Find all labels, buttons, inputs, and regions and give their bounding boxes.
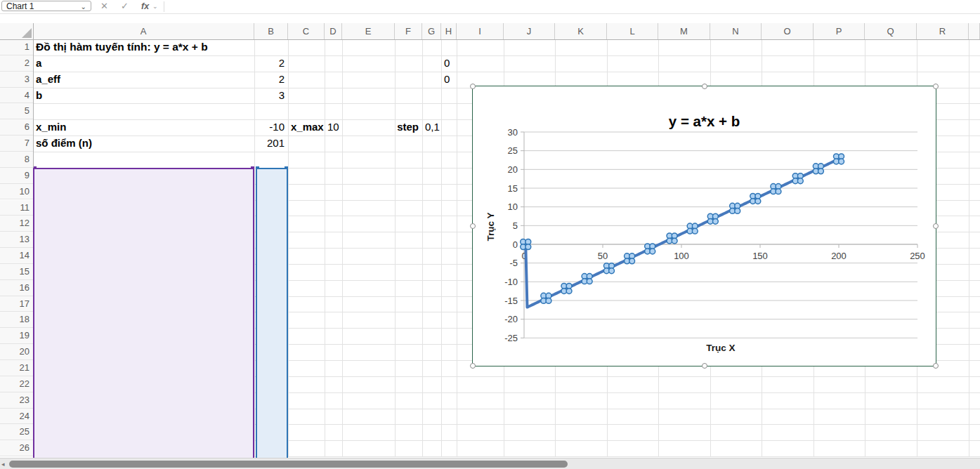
- cell-B6[interactable]: -10: [254, 119, 285, 136]
- column-header-I[interactable]: I: [457, 23, 504, 39]
- chart-series-marker: [839, 159, 844, 164]
- row-header-10[interactable]: 10: [0, 184, 33, 200]
- column-header-Q[interactable]: Q: [865, 23, 917, 39]
- chart-series-marker: [797, 178, 803, 184]
- cell-A3[interactable]: a_eff: [36, 72, 60, 88]
- select-all-corner[interactable]: [0, 23, 33, 39]
- column-header-P[interactable]: P: [814, 23, 865, 39]
- chart-selection-handle[interactable]: [470, 363, 476, 369]
- horizontal-scrollbar[interactable]: ◂: [0, 458, 980, 469]
- chart-x-tick-label: 250: [910, 251, 925, 261]
- scroll-left-icon[interactable]: ◂: [1, 461, 5, 468]
- column-header-C[interactable]: C: [288, 23, 325, 39]
- formula-input[interactable]: [167, 0, 980, 13]
- cell-B2[interactable]: 2: [254, 55, 285, 72]
- cell-A4[interactable]: b: [36, 88, 42, 104]
- gridline-horizontal: [33, 55, 980, 56]
- row-header-22[interactable]: 22: [0, 376, 33, 392]
- cell-H2[interactable]: 0: [444, 55, 450, 72]
- insert-function-icon[interactable]: fx: [141, 0, 149, 13]
- chart-selection-handle[interactable]: [933, 363, 939, 369]
- row-header-3[interactable]: 3: [0, 72, 33, 88]
- chart-series-marker: [650, 249, 655, 254]
- cancel-icon[interactable]: ✕: [100, 0, 108, 13]
- cell-A2[interactable]: a: [36, 55, 41, 72]
- chart-series-marker: [692, 228, 698, 234]
- chart-source-range-y[interactable]: [256, 168, 288, 469]
- row-header-5[interactable]: 5: [0, 103, 33, 119]
- row-header-9[interactable]: 9: [0, 168, 33, 184]
- column-header-partial[interactable]: [969, 23, 980, 39]
- column-header-B[interactable]: B: [254, 23, 288, 39]
- column-header-G[interactable]: G: [422, 23, 441, 39]
- chart-y-tick-label: -25: [504, 333, 518, 343]
- cell-F6[interactable]: step: [395, 119, 419, 136]
- column-header-N[interactable]: N: [710, 23, 762, 39]
- row-header-19[interactable]: 19: [0, 328, 33, 344]
- row-header-20[interactable]: 20: [0, 344, 33, 360]
- row-header-16[interactable]: 16: [0, 280, 33, 296]
- row-header-21[interactable]: 21: [0, 360, 33, 376]
- chart-selection-handle[interactable]: [933, 84, 939, 89]
- cell-B3[interactable]: 2: [254, 72, 285, 88]
- column-header-R[interactable]: R: [917, 23, 969, 39]
- formula-bar-divider: [164, 1, 164, 12]
- row-header-24[interactable]: 24: [0, 409, 33, 425]
- column-header-M[interactable]: M: [658, 23, 710, 39]
- chart-x-tick-label: 150: [752, 251, 768, 261]
- row-header-14[interactable]: 14: [0, 248, 33, 264]
- column-header-E[interactable]: E: [342, 23, 395, 39]
- chart-selection-handle[interactable]: [702, 363, 707, 369]
- row-header-15[interactable]: 15: [0, 264, 33, 280]
- column-header-A[interactable]: A: [33, 23, 254, 39]
- column-header-D[interactable]: D: [325, 23, 342, 39]
- row-header-18[interactable]: 18: [0, 312, 33, 328]
- row-header-13[interactable]: 13: [0, 232, 33, 248]
- chart-selection-handle[interactable]: [702, 84, 707, 89]
- chart-y-tick-label: 5: [513, 220, 518, 231]
- chart-x-tick-label: 50: [598, 251, 608, 261]
- row-header-17[interactable]: 17: [0, 296, 33, 312]
- chart-source-range-x[interactable]: [33, 168, 254, 469]
- cell-A6[interactable]: x_min: [36, 119, 66, 136]
- spreadsheet-app: { "name_box": {"value": "Chart 1", "chev…: [0, 0, 980, 469]
- column-header-L[interactable]: L: [607, 23, 658, 39]
- name-box[interactable]: Chart 1 ⌄: [1, 1, 91, 11]
- cell-C6[interactable]: x_max: [291, 119, 324, 136]
- column-header-O[interactable]: O: [762, 23, 814, 39]
- cell-B4[interactable]: 3: [254, 88, 285, 104]
- chart-selection-handle[interactable]: [470, 84, 476, 89]
- fx-chevron-icon[interactable]: ⌄: [152, 0, 158, 13]
- row-header-7[interactable]: 7: [0, 136, 33, 152]
- chart-y-tick-label: 30: [508, 127, 518, 138]
- row-header-23[interactable]: 23: [0, 392, 33, 409]
- cell-A1[interactable]: Đồ thị hàm tuyến tính: y = a*x + b: [36, 39, 208, 55]
- cell-G6[interactable]: 0,1: [425, 119, 440, 136]
- confirm-icon[interactable]: ✓: [121, 0, 129, 13]
- gridline-horizontal: [33, 72, 980, 72]
- column-header-K[interactable]: K: [555, 23, 607, 39]
- column-header-J[interactable]: J: [504, 23, 555, 39]
- row-header-25[interactable]: 25: [0, 424, 33, 440]
- chart-series-marker: [587, 279, 592, 284]
- chart-object[interactable]: 302520151050-5-10-15-20-2505010015020025…: [472, 86, 936, 366]
- cell-D6[interactable]: 10: [327, 119, 339, 136]
- name-box-chevron-icon[interactable]: ⌄: [81, 1, 86, 12]
- cell-A7[interactable]: số điểm (n): [36, 136, 92, 152]
- row-header-6[interactable]: 6: [0, 119, 33, 136]
- cell-B7[interactable]: 201: [254, 136, 285, 152]
- row-header-4[interactable]: 4: [0, 88, 33, 104]
- row-header-12[interactable]: 12: [0, 216, 33, 232]
- horizontal-scrollbar-thumb[interactable]: [9, 461, 568, 468]
- chart-selection-handle[interactable]: [470, 223, 476, 229]
- column-header-F[interactable]: F: [395, 23, 422, 39]
- chart-y-axis-title: Trục Y: [485, 212, 496, 241]
- row-header-2[interactable]: 2: [0, 55, 33, 72]
- row-header-1[interactable]: 1: [0, 39, 33, 55]
- column-header-H[interactable]: H: [441, 23, 457, 39]
- row-header-11[interactable]: 11: [0, 200, 33, 216]
- chart-selection-handle[interactable]: [933, 223, 939, 229]
- row-header-8[interactable]: 8: [0, 152, 33, 168]
- cell-H3[interactable]: 0: [444, 72, 450, 88]
- row-header-26[interactable]: 26: [0, 440, 33, 456]
